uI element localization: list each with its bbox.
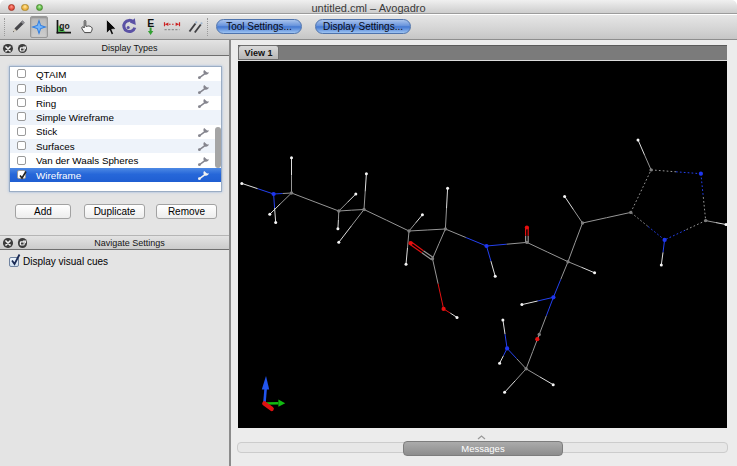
- svg-text:go: go: [59, 21, 69, 31]
- svg-text:E: E: [147, 17, 154, 29]
